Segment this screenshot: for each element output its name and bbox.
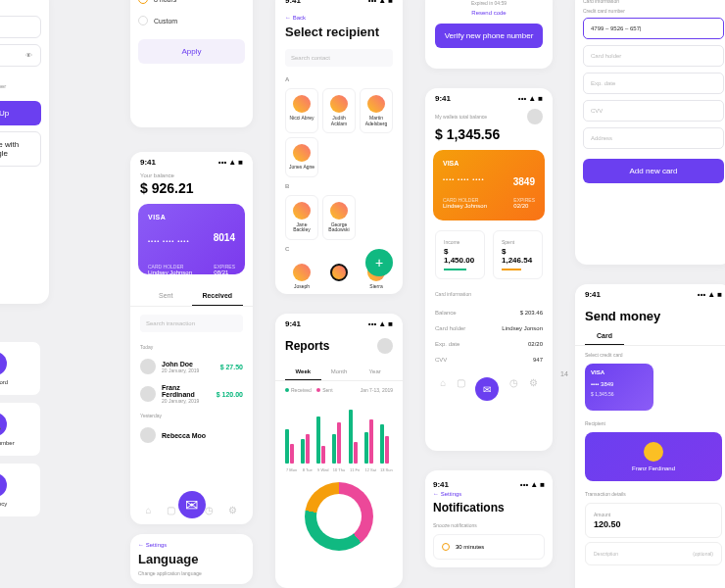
tab-card[interactable]: Card <box>585 327 624 345</box>
contact-item[interactable]: Nicci Abrey <box>285 88 318 133</box>
page-title: Select recipient <box>275 24 403 45</box>
apply-button[interactable]: Apply <box>138 39 245 64</box>
verify-button[interactable]: Verify new phone number <box>435 24 543 48</box>
address-field[interactable]: Address <box>583 127 724 149</box>
section-label: Card information <box>425 283 553 305</box>
recipient-card[interactable]: Franz Ferdinand <box>585 432 722 481</box>
info-row: CVV947 <box>425 352 553 368</box>
fab-send[interactable]: ✉ <box>178 491 206 518</box>
wallet-balance: $ 1,345.56 <box>425 124 553 150</box>
page-title: Notifications <box>433 501 545 514</box>
info-row: Balance$ 203.46 <box>425 305 553 320</box>
profile-avatar[interactable] <box>527 109 543 124</box>
wallets-screen: 9:41•••▲■ My wallets total balance $ 1,3… <box>425 88 553 451</box>
mini-credit-card[interactable]: VISA •••• 3849 $ 1,345.56 <box>585 364 653 411</box>
contact-item[interactable]: Martin Adelsberg <box>360 88 393 133</box>
option-8hours[interactable]: 8 hours <box>138 0 245 10</box>
contact-item[interactable]: George Badowski <box>322 195 356 240</box>
resend-link[interactable]: Resend code <box>435 10 543 16</box>
radio-icon <box>138 0 148 4</box>
password-field[interactable]: word👁 <box>0 44 41 67</box>
tile-phone[interactable]: 📞Phone number <box>0 402 41 457</box>
email-field[interactable]: ail.com <box>0 16 41 38</box>
verify-screen: Expired in 04:59 Resend code Verify new … <box>425 0 553 69</box>
avatar <box>140 386 156 402</box>
search-transaction[interactable]: Search transaction <box>140 315 243 332</box>
spent-stat: Spent$ 1,246.54 <box>493 230 543 279</box>
wallet-label: My wallets total balance <box>425 109 553 124</box>
back-link[interactable]: ← Back <box>275 11 403 24</box>
clock-icon[interactable]: ◷ <box>205 505 214 515</box>
contact-item[interactable]: Joseph <box>285 258 318 296</box>
credit-card[interactable]: VISA •••• •••• ••••8014 CARD HOLDERLinds… <box>138 204 245 274</box>
gear-icon[interactable]: ⚙ <box>529 377 538 401</box>
exp-date-field[interactable]: Exp. date <box>583 73 724 94</box>
section-label: Card information <box>583 0 724 4</box>
status-bar: 9:41•••▲■ <box>425 88 553 109</box>
add-card-button[interactable]: Add new card <box>583 159 724 183</box>
clock-icon[interactable]: ◷ <box>509 377 518 401</box>
google-signin-button[interactable]: Continue with Google <box>0 131 41 167</box>
contact-item[interactable]: Judith Acklam <box>322 88 356 133</box>
wallet-icon[interactable]: ▢ <box>457 377 465 401</box>
back-link[interactable]: ← Settings <box>138 542 245 548</box>
expiry-text: Expired in 04:59 <box>435 0 543 6</box>
transaction-row[interactable]: Rebecca Moo <box>130 422 253 448</box>
gear-icon[interactable]: ⚙ <box>228 505 237 515</box>
tab-sent[interactable]: Sent <box>140 286 192 306</box>
tab-received[interactable]: Received <box>192 286 244 306</box>
profile-avatar[interactable] <box>377 338 393 354</box>
description-field[interactable]: Description(optional) <box>585 542 722 565</box>
section-label: Transaction details <box>575 485 725 499</box>
amount-field[interactable]: Amount 120.50 <box>585 503 722 538</box>
donut-chart <box>305 482 373 551</box>
send-money-screen: 9:41•••▲■ Send money Card Select credit … <box>575 284 725 588</box>
field-label: Credit card number <box>583 8 724 14</box>
back-link[interactable]: ← Settings <box>433 491 545 497</box>
avatar <box>293 202 311 220</box>
signup-button[interactable]: Sign Up <box>0 101 41 125</box>
avatar <box>293 264 311 281</box>
avatar <box>293 95 311 113</box>
transaction-row[interactable]: Franz Ferdinand20 January, 2019$ 120.00 <box>130 379 253 409</box>
tab-week[interactable]: Week <box>285 364 321 380</box>
snooze-option[interactable]: 30 minutes <box>433 534 545 560</box>
credit-card[interactable]: VISA •••• •••• ••••3849 CARD HOLDERLinds… <box>433 150 545 220</box>
contact-item[interactable]: Jones Agne <box>285 137 318 177</box>
page-title: Send money <box>575 305 725 327</box>
bottom-nav: ⌂▢✉◷⚙ <box>425 368 553 411</box>
tab-year[interactable]: Year <box>357 364 393 380</box>
balance-amount: $ 926.21 <box>130 178 253 204</box>
contact-item[interactable]: Jane Backley <box>285 195 318 240</box>
wallet-icon[interactable]: ▢ <box>167 505 175 515</box>
card-count: 14 <box>560 370 568 377</box>
send-icon[interactable]: ✉ <box>475 377 499 401</box>
section-label: Select credit card <box>575 346 725 360</box>
reports-screen: 9:41•••▲■ Reports Week Month Year Receiv… <box>275 314 403 588</box>
home-icon[interactable]: ⌂ <box>440 377 446 401</box>
tile-password[interactable]: 🔒Password <box>0 341 41 396</box>
card-holder-field[interactable]: Card holder <box>583 45 724 67</box>
tile-currency[interactable]: $Currency <box>0 463 41 517</box>
search-contact[interactable]: Search contact <box>285 49 393 67</box>
income-stat: Income$ 1,450.00 <box>435 230 485 279</box>
fab-add-contact[interactable]: + <box>365 249 393 276</box>
option-custom[interactable]: Custom <box>138 10 245 31</box>
avatar <box>140 359 156 374</box>
signin-title: Sign In <box>0 0 41 8</box>
avatar <box>330 264 348 281</box>
transaction-row[interactable]: John Doe20 January, 2019$ 27.50 <box>130 354 253 379</box>
cvv-field[interactable]: CVV <box>583 100 724 122</box>
tab-month[interactable]: Month <box>321 364 358 380</box>
status-bar: 9:41•••▲■ <box>275 0 403 11</box>
eye-icon[interactable]: 👁 <box>25 52 32 59</box>
section-label: Snooze notifications <box>433 522 545 528</box>
home-icon[interactable]: ⌂ <box>146 505 152 515</box>
dollar-icon: $ <box>0 473 7 497</box>
page-title: Reports <box>285 339 329 353</box>
chart-legend: Received Sent Jan 7-13, 2019 <box>275 381 403 399</box>
contact-item[interactable] <box>322 258 356 296</box>
card-number-field[interactable]: 4799 – 9526 – 657| <box>583 18 724 39</box>
phone-icon: 📞 <box>0 413 7 436</box>
signin-screen: Sign In ail.com word👁 AUppercase 4Number… <box>0 0 49 304</box>
